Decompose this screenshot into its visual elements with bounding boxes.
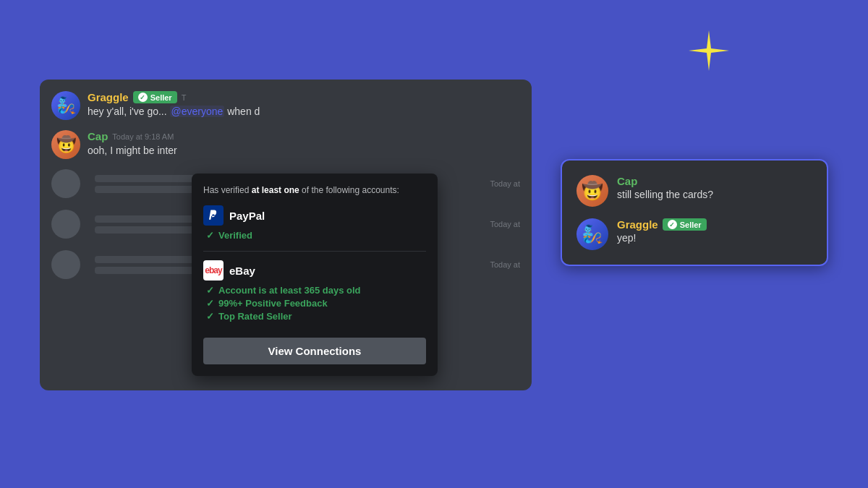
connection-paypal: PayPal ✓ Verified	[203, 205, 426, 241]
ebay-name-row: ebay eBay	[203, 260, 426, 281]
ebay-logo-icon: ebay	[203, 260, 224, 281]
right-avatar-cap: 🤠	[576, 175, 608, 207]
ebay-check-icon-2: ✓	[206, 298, 214, 309]
username-cap: Cap	[88, 130, 108, 142]
ebay-title: eBay	[229, 265, 255, 277]
message-header-cap: Cap Today at 9:18 AM	[88, 130, 520, 142]
ebay-check-feedback: ✓ 99%+ Positive Feedback	[203, 298, 426, 309]
tooltip-header: Has verified at least one of the followi…	[203, 185, 426, 195]
seller-badge-graggle[interactable]: ✓ Seller	[133, 91, 177, 103]
tooltip-popup: Has verified at least one of the followi…	[192, 174, 438, 376]
view-connections-button[interactable]: View Connections	[203, 338, 426, 364]
right-content-cap: Cap still selling the cards?	[617, 175, 812, 200]
ebay-check-rated: ✓ Top Rated Seller	[203, 311, 426, 322]
chat-panel: 🧞 Graggle ✓ Seller T hey y'all, i've go.…	[40, 80, 532, 390]
paypal-verified-label: Verified	[218, 230, 252, 241]
connection-ebay: ebay eBay ✓ Account is at least 365 days…	[203, 260, 426, 322]
right-panel: 🤠 Cap still selling the cards? 🧞 Graggle…	[561, 159, 828, 266]
paypal-name-row: PayPal	[203, 205, 426, 226]
message-text-cap: ooh, I might be inter	[88, 144, 520, 158]
right-message-text-cap: still selling the cards?	[617, 189, 812, 200]
username-graggle: Graggle	[88, 91, 129, 103]
right-avatar-graggle: 🧞	[576, 218, 608, 250]
right-username-graggle: Graggle ✓ Seller	[617, 218, 812, 231]
avatar-cap: 🤠	[51, 130, 80, 159]
timestamp-cap: Today at 9:18 AM	[112, 132, 174, 141]
seller-check-icon: ✓	[138, 93, 148, 102]
paypal-check-icon: ✓	[206, 230, 214, 241]
paypal-check-row: ✓ Verified	[203, 230, 426, 241]
message-row-cap: 🤠 Cap Today at 9:18 AM ooh, I might be i…	[51, 130, 520, 159]
message-header-graggle: Graggle ✓ Seller T	[88, 91, 520, 103]
timestamp-graggle: T	[182, 93, 187, 102]
ebay-check-age: ✓ Account is at least 365 days old	[203, 285, 426, 296]
right-content-graggle: Graggle ✓ Seller yep!	[617, 218, 812, 244]
right-seller-badge[interactable]: ✓ Seller	[663, 218, 707, 231]
tooltip-header-bold: at least one	[252, 185, 299, 195]
paypal-title: PayPal	[229, 210, 265, 222]
right-message-text-graggle: yep!	[617, 232, 812, 244]
avatar-graggle: 🧞	[51, 91, 80, 120]
right-message-row-cap: 🤠 Cap still selling the cards?	[576, 175, 812, 207]
message-content-cap: Cap Today at 9:18 AM ooh, I might be int…	[88, 130, 520, 158]
right-message-row-graggle: 🧞 Graggle ✓ Seller yep!	[576, 218, 812, 250]
ebay-age-label: Account is at least 365 days old	[218, 285, 361, 296]
ebay-check-icon-3: ✓	[206, 311, 214, 322]
divider	[203, 251, 426, 252]
chat-messages-area: 🧞 Graggle ✓ Seller T hey y'all, i've go.…	[40, 80, 532, 390]
avatar-placeholder-1	[51, 169, 80, 198]
avatar-placeholder-2	[51, 210, 80, 239]
ebay-rated-label: Top Rated Seller	[218, 311, 292, 322]
right-username-cap: Cap	[617, 175, 812, 187]
placeholder-time-1: Today at	[490, 179, 520, 188]
ebay-check-icon-1: ✓	[206, 285, 214, 296]
star-decoration	[687, 29, 731, 72]
message-content-graggle: Graggle ✓ Seller T hey y'all, i've go...…	[88, 91, 520, 119]
placeholder-time-2: Today at	[490, 220, 520, 228]
message-text-graggle: hey y'all, i've go... @everyone when d	[88, 105, 520, 119]
paypal-logo-icon	[203, 205, 224, 226]
right-seller-check-icon: ✓	[668, 220, 677, 229]
mention-everyone: @everyone	[170, 106, 225, 117]
avatar-placeholder-3	[51, 250, 80, 279]
ebay-feedback-label: 99%+ Positive Feedback	[218, 298, 328, 309]
message-row-graggle: 🧞 Graggle ✓ Seller T hey y'all, i've go.…	[51, 91, 520, 120]
placeholder-time-3: Today at	[490, 260, 520, 269]
